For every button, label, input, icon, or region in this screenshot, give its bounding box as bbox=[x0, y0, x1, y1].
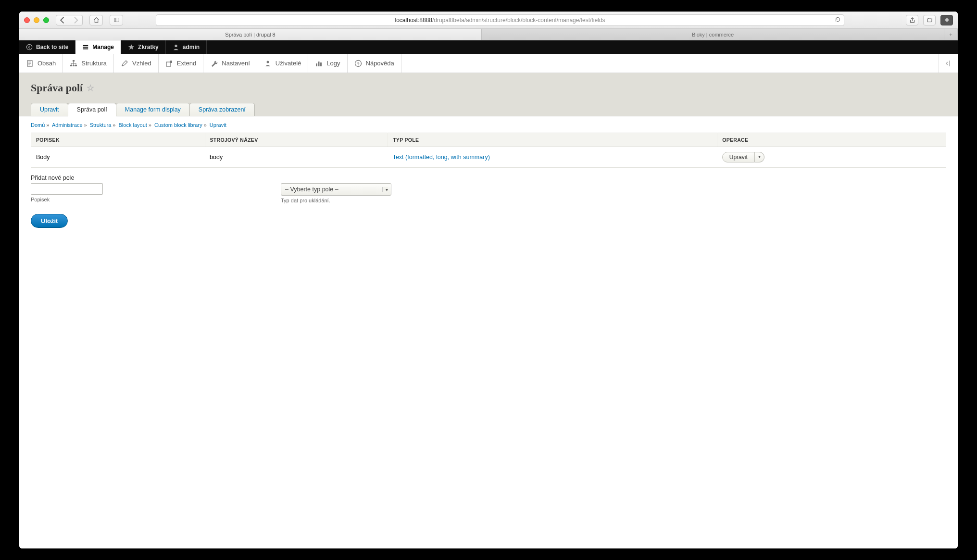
cell-label: Body bbox=[31, 147, 205, 168]
user-menu[interactable]: admin bbox=[166, 40, 207, 54]
admin-menu: Obsah Struktura Vzhled Extend Nastavení … bbox=[19, 54, 958, 73]
url-bar[interactable]: localhost:8888/drupal8beta/admin/structu… bbox=[156, 14, 844, 26]
back-to-site-link[interactable]: Back to site bbox=[19, 40, 75, 54]
page-title: Správa polí ☆ bbox=[31, 82, 946, 94]
content-icon bbox=[26, 60, 34, 67]
user-icon bbox=[173, 44, 179, 50]
url-path: /drupal8beta/admin/structure/block/block… bbox=[432, 17, 605, 24]
shortcuts-label: Zkratky bbox=[138, 44, 159, 50]
forward-button[interactable] bbox=[69, 15, 83, 25]
breadcrumb: Domů» Administrace» Struktura» Block lay… bbox=[31, 122, 946, 128]
new-tab-button[interactable]: + bbox=[944, 29, 958, 40]
add-field-section: Přidat nové pole Popisek – Vyberte typ p… bbox=[31, 174, 946, 203]
menu-configuration[interactable]: Nastavení bbox=[203, 54, 257, 73]
breadcrumb-custom-block-library[interactable]: Custom block library bbox=[154, 122, 202, 128]
svg-point-5 bbox=[175, 45, 177, 47]
field-ops-dropbutton: Upravit ▾ bbox=[722, 152, 764, 162]
svg-rect-15 bbox=[316, 63, 317, 66]
breadcrumb-edit[interactable]: Upravit bbox=[210, 122, 226, 128]
user-label: admin bbox=[183, 44, 200, 50]
edit-field-button[interactable]: Upravit bbox=[722, 152, 755, 162]
svg-rect-8 bbox=[70, 65, 72, 66]
new-field-type-select[interactable]: – Vyberte typ pole – ▾ bbox=[281, 183, 391, 196]
fields-table: POPISEK STROJOVÝ NÁZEV TYP POLE OPERACE … bbox=[31, 133, 946, 168]
reload-icon[interactable] bbox=[835, 16, 841, 24]
menu-orientation-toggle[interactable] bbox=[939, 54, 958, 73]
browser-chrome: localhost:8888/drupal8beta/admin/structu… bbox=[19, 12, 958, 29]
menu-reports[interactable]: Logy bbox=[308, 54, 347, 73]
breadcrumb-structure[interactable]: Struktura bbox=[90, 122, 112, 128]
field-type-link[interactable]: Text (formatted, long, with summary) bbox=[393, 154, 490, 161]
url-host: localhost:8888 bbox=[395, 17, 432, 24]
svg-point-14 bbox=[266, 61, 269, 63]
add-field-label: Přidat nové pole bbox=[31, 174, 281, 181]
type-select-value: – Vyberte typ pole – bbox=[285, 186, 338, 193]
svg-rect-7 bbox=[73, 60, 75, 62]
browser-tab-active[interactable]: Správa polí | drupal 8 bbox=[19, 29, 482, 40]
window-controls bbox=[24, 17, 49, 23]
col-type: TYP POLE bbox=[388, 133, 717, 147]
field-ops-dropdown-toggle[interactable]: ▾ bbox=[755, 152, 764, 162]
manage-toggle[interactable]: Manage bbox=[75, 40, 121, 54]
breadcrumb-block-layout[interactable]: Block layout bbox=[119, 122, 147, 128]
breadcrumb-home[interactable]: Domů bbox=[31, 122, 45, 128]
save-button[interactable]: Uložit bbox=[31, 214, 68, 228]
menu-structure[interactable]: Struktura bbox=[63, 54, 114, 73]
table-row: Body body Text (formatted, long, with su… bbox=[31, 147, 946, 168]
close-window-button[interactable] bbox=[24, 17, 30, 23]
shortcuts-link[interactable]: Zkratky bbox=[121, 40, 166, 54]
drupal-toolbar: Back to site Manage Zkratky admin bbox=[19, 40, 958, 54]
new-field-label-input[interactable] bbox=[31, 183, 103, 195]
browser-tab-inactive[interactable]: Bloky | commerce bbox=[482, 29, 944, 40]
chevron-down-icon: ▾ bbox=[382, 187, 388, 192]
svg-rect-13 bbox=[170, 61, 172, 63]
cell-ops: Upravit ▾ bbox=[717, 147, 946, 168]
wrench-icon bbox=[210, 60, 218, 67]
sidebar-toggle-button[interactable] bbox=[110, 15, 123, 25]
browser-tabstrip: Správa polí | drupal 8 Bloky | commerce … bbox=[19, 29, 958, 40]
appearance-icon bbox=[121, 60, 128, 67]
help-icon: ? bbox=[354, 60, 362, 67]
cell-type: Text (formatted, long, with summary) bbox=[388, 147, 717, 168]
menu-appearance[interactable]: Vzhled bbox=[114, 54, 159, 73]
home-button[interactable] bbox=[89, 15, 103, 25]
svg-rect-16 bbox=[318, 62, 320, 66]
svg-rect-2 bbox=[927, 19, 931, 22]
tab-edit[interactable]: Upravit bbox=[31, 103, 68, 116]
tabs-button[interactable] bbox=[923, 15, 936, 25]
page-header-region: Správa polí ☆ Upravit Správa polí Manage… bbox=[19, 73, 958, 116]
menu-content[interactable]: Obsah bbox=[19, 54, 63, 73]
menu-people[interactable]: Uživatelé bbox=[257, 54, 308, 73]
shortcut-star-icon[interactable]: ☆ bbox=[87, 83, 94, 93]
minimize-window-button[interactable] bbox=[34, 17, 39, 23]
col-machine: STROJOVÝ NÁZEV bbox=[205, 133, 388, 147]
menu-extend[interactable]: Extend bbox=[159, 54, 203, 73]
back-to-site-label: Back to site bbox=[36, 44, 68, 50]
breadcrumb-admin[interactable]: Administrace bbox=[52, 122, 83, 128]
svg-rect-10 bbox=[75, 65, 77, 66]
back-button[interactable] bbox=[56, 15, 69, 25]
menu-help[interactable]: ? Nápověda bbox=[348, 54, 401, 73]
star-icon bbox=[128, 44, 135, 50]
extend-icon bbox=[165, 60, 173, 67]
extensions-button[interactable] bbox=[940, 15, 953, 25]
svg-point-4 bbox=[26, 44, 32, 50]
content-region: Domů» Administrace» Struktura» Block lay… bbox=[19, 116, 958, 548]
svg-rect-9 bbox=[73, 65, 75, 66]
svg-rect-17 bbox=[320, 62, 322, 66]
col-ops: OPERACE bbox=[717, 133, 946, 147]
people-icon bbox=[264, 60, 272, 67]
tab-manage-fields[interactable]: Správa polí bbox=[68, 103, 116, 116]
manage-label: Manage bbox=[92, 44, 114, 50]
maximize-window-button[interactable] bbox=[43, 17, 49, 23]
tab-manage-form-display[interactable]: Manage form display bbox=[116, 103, 190, 116]
back-arrow-icon bbox=[26, 44, 33, 50]
svg-point-3 bbox=[945, 18, 949, 22]
hamburger-icon bbox=[82, 44, 89, 50]
tab-manage-display[interactable]: Správa zobrazení bbox=[189, 103, 255, 116]
svg-text:?: ? bbox=[357, 62, 360, 66]
svg-point-11 bbox=[122, 64, 124, 66]
share-button[interactable] bbox=[906, 15, 918, 25]
col-label: POPISEK bbox=[31, 133, 205, 147]
structure-icon bbox=[70, 60, 77, 67]
